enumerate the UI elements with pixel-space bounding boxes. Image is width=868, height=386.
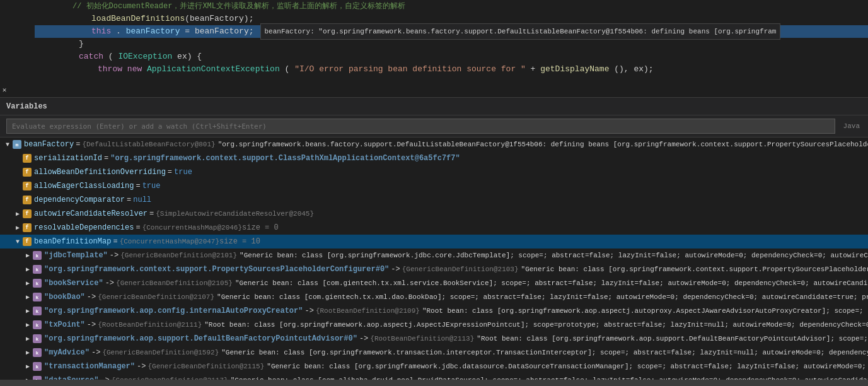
map-icon: m — [13, 140, 21, 149]
expand-icon: ▶ — [13, 209, 23, 219]
var-name: "org.springframework.aop.config.internal… — [44, 307, 303, 315]
expand-icon: ▶ — [23, 306, 33, 316]
expand-icon: ▶ — [23, 320, 33, 330]
key-icon: k — [33, 348, 42, 357]
var-name: beanDefinitionMap — [34, 237, 111, 246]
var-row-serializationid[interactable]: f serializationId = "org.springframework… — [0, 151, 868, 165]
field-icon: f — [23, 168, 32, 177]
var-name: "myAdvice" — [44, 348, 90, 357]
var-row-autowire-resolver[interactable]: ▶ f autowireCandidateResolver = {SimpleA… — [0, 207, 868, 221]
var-row-transaction-manager[interactable]: ▶ k "transactionManager" -> {GenericBean… — [0, 360, 868, 373]
key-icon: k — [33, 251, 42, 260]
variables-title: Variables — [6, 102, 47, 111]
var-row-jdbc-template[interactable]: ▶ k "jdbcTemplate" -> {GenericBeanDefini… — [0, 249, 868, 262]
var-name: allowEagerClassLoading — [34, 182, 134, 190]
var-row-my-advice[interactable]: ▶ k "myAdvice" -> {GenericBeanDefinition… — [0, 346, 868, 360]
var-name: "bookDao" — [44, 293, 85, 301]
variables-header: Variables — [0, 98, 868, 115]
var-row-allow-bean-def[interactable]: f allowBeanDefinitionOverriding = true — [0, 165, 868, 179]
expand-icon: ▶ — [23, 264, 33, 274]
variables-panel: Variables Java ▼ m beanFactory = {Defaul… — [0, 98, 868, 386]
field-icon: f — [23, 196, 32, 204]
expand-icon: ▶ — [23, 348, 33, 358]
var-row-resolvable-deps[interactable]: ▶ f resolvableDependencies = {Concurrent… — [0, 221, 868, 235]
expand-icon: ▶ — [23, 292, 33, 302]
field-icon: f — [23, 182, 32, 190]
main-container: // 初始化DocumentReader，并进行XML文件读取及解析，监听者上面… — [0, 0, 868, 386]
java-label: Java — [838, 122, 865, 130]
key-icon: k — [33, 265, 42, 274]
search-bar-row: Java — [0, 115, 868, 137]
var-name: allowBeanDefinitionOverriding — [34, 168, 166, 177]
var-name: "txPoint" — [44, 320, 85, 329]
expand-icon: ▶ — [23, 361, 33, 371]
expand-icon: ▶ — [23, 250, 33, 260]
var-row-book-service[interactable]: ▶ k "bookService" -> {GenericBeanDefinit… — [0, 276, 868, 290]
var-name: "org.springframework.aop.support.Default… — [44, 334, 357, 343]
key-icon: k — [33, 362, 42, 371]
code-line-throw: throw new ApplicationContextException ( … — [35, 63, 868, 76]
code-line-brace: } — [35, 38, 868, 50]
expand-icon: ▶ — [23, 334, 33, 344]
key-icon: k — [33, 307, 42, 315]
var-name: beanFactory — [24, 140, 74, 149]
debug-tooltip: beanFactory: "org.springframework.beans.… — [260, 23, 781, 40]
expand-icon: ▼ — [3, 139, 13, 149]
var-name: dependencyComparator — [34, 196, 125, 204]
field-icon: f — [23, 223, 32, 232]
var-row-bean-def-map[interactable]: ▼ f beanDefinitionMap = {ConcurrentHashM… — [0, 235, 868, 249]
var-row-book-dao[interactable]: ▶ k "bookDao" -> {GenericBeanDefinition@… — [0, 290, 868, 304]
var-name: "jdbcTemplate" — [44, 251, 108, 260]
var-row-dependency-comparator[interactable]: f dependencyComparator = null — [0, 193, 868, 207]
key-icon: k — [33, 320, 42, 329]
field-icon: f — [23, 209, 32, 218]
key-icon: k — [33, 334, 42, 343]
expand-icon: ▶ — [13, 223, 23, 233]
var-name: resolvableDependencies — [34, 223, 134, 232]
var-name: "transactionManager" — [44, 362, 135, 371]
variable-tree: ▼ m beanFactory = {DefaultListableBeanFa… — [0, 137, 868, 380]
expand-icon: ▶ — [23, 278, 33, 288]
expand-icon: ▶ — [23, 375, 33, 380]
var-name: serializationId — [34, 154, 102, 163]
var-row-internal-proxy[interactable]: ▶ k "org.springframework.aop.config.inte… — [0, 304, 868, 318]
var-row-tx-point[interactable]: ▶ k "txPoint" -> {RootBeanDefinition@211… — [0, 318, 868, 332]
var-row-allow-eager[interactable]: f allowEagerClassLoading = true — [0, 179, 868, 193]
field-icon: f — [23, 154, 32, 163]
code-editor: // 初始化DocumentReader，并进行XML文件读取及解析，监听者上面… — [0, 0, 868, 98]
code-line-catch: catch ( IOException ex) { — [35, 50, 868, 63]
var-row-beanfactory[interactable]: ▼ m beanFactory = {DefaultListableBeanFa… — [0, 137, 868, 151]
key-icon: k — [33, 293, 42, 301]
var-name: "org.springframework.context.support.Pro… — [44, 265, 389, 274]
field-icon: f — [23, 237, 32, 246]
evaluate-input[interactable] — [6, 119, 835, 134]
var-row-default-bean-factory-advisor[interactable]: ▶ k "org.springframework.aop.support.Def… — [0, 332, 868, 346]
close-button[interactable]: ✕ — [0, 85, 9, 94]
code-line-beanfactory: this . beanFactory = beanFactory; beanFa… — [35, 25, 868, 38]
var-row-property-sources[interactable]: ▶ k "org.springframework.context.support… — [0, 262, 868, 276]
var-row-data-source[interactable]: ▶ k "dataSource" -> {GenericBeanDefiniti… — [0, 373, 868, 380]
code-line-comment: // 初始化DocumentReader，并进行XML文件读取及解析，监听者上面… — [35, 0, 868, 13]
var-name: "bookService" — [44, 279, 103, 288]
key-icon: k — [33, 279, 42, 288]
expand-icon: ▼ — [13, 237, 23, 247]
horizontal-scrollbar[interactable] — [0, 380, 868, 386]
var-name: autowireCandidateResolver — [34, 209, 148, 218]
